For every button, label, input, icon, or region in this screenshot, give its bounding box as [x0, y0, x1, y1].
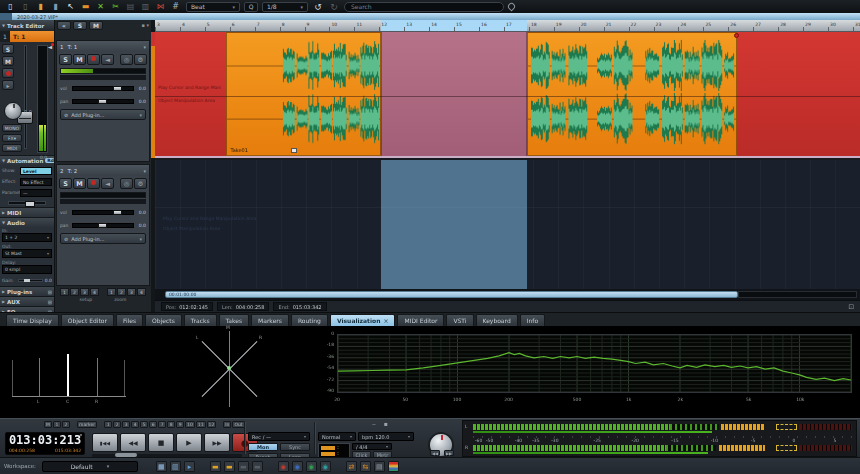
new-file-icon[interactable]: ▯: [4, 1, 17, 12]
stop-button[interactable]: ■: [148, 433, 174, 452]
import-icon[interactable]: ▮: [34, 1, 47, 12]
arrow-tool-icon[interactable]: ↖: [64, 1, 77, 12]
marker-mode-button[interactable]: marker: [77, 421, 97, 428]
object-mode-icon-2[interactable]: ▬: [224, 461, 235, 472]
input-icon[interactable]: ◎: [120, 54, 133, 65]
tab-takes[interactable]: Takes: [219, 314, 249, 326]
punch-in-button[interactable]: In: [223, 421, 231, 428]
track-editor-header[interactable]: ▼Track Editor: [0, 20, 54, 31]
project-tab-title[interactable]: 2020-03-27 VIP*: [12, 14, 58, 20]
tab-files[interactable]: Files: [116, 314, 143, 326]
crossfade-tool-icon[interactable]: ✕: [94, 1, 107, 12]
tab-vsti[interactable]: VSTi: [446, 314, 473, 326]
effect-value-select[interactable]: No Effect: [20, 178, 52, 186]
monitor-state-icon[interactable]: ◉: [320, 461, 331, 472]
track-2-header[interactable]: 2T: 2▾: [57, 165, 149, 176]
global-solo-button[interactable]: S: [73, 21, 87, 30]
tab-objects[interactable]: Objects: [145, 314, 182, 326]
record-arm-button[interactable]: [87, 54, 100, 65]
collapse-all-button[interactable]: «: [57, 21, 71, 30]
setup-button-1[interactable]: 1: [60, 288, 69, 296]
timeline-ruler[interactable]: 3456789101112131415161718192021222324252…: [155, 20, 860, 32]
bpm-select[interactable]: bpm120.0▾: [358, 432, 414, 441]
time-signature-select[interactable]: / 4/4▾: [352, 443, 392, 450]
solo-button[interactable]: S: [2, 44, 14, 54]
add-plugin-button[interactable]: ⊘Add Plug-in...▾: [60, 233, 146, 244]
speaker-icon[interactable]: ◄: [47, 43, 52, 50]
zoom-button-4[interactable]: 4: [137, 288, 146, 296]
workspace-select[interactable]: Default▾: [42, 461, 138, 472]
setup-button-2[interactable]: 2: [70, 288, 79, 296]
scrollbar-track[interactable]: [738, 291, 857, 298]
punch-out-button[interactable]: Out: [232, 421, 244, 428]
stretch-tool-icon[interactable]: ▥: [139, 1, 152, 12]
go-to-start-button[interactable]: ▮◀◀: [92, 433, 118, 452]
marker-button-12[interactable]: 12: [207, 421, 217, 428]
red-region-right[interactable]: [737, 32, 860, 156]
marker-button-9[interactable]: 9: [176, 421, 184, 428]
setup-button-4[interactable]: 4: [90, 288, 99, 296]
forward-button[interactable]: ▶▶: [204, 433, 230, 452]
tab-markers[interactable]: Markers: [251, 314, 289, 326]
draw-tool-icon[interactable]: ▬: [79, 1, 92, 12]
track-2-selection[interactable]: [381, 160, 526, 289]
tab-visualization[interactable]: Visualization×: [330, 314, 396, 326]
marker-button-4[interactable]: 4: [131, 421, 139, 428]
mute-button[interactable]: M: [2, 56, 14, 66]
range-region[interactable]: [381, 32, 526, 156]
nudge-forward-button[interactable]: ▶▶: [444, 450, 454, 456]
pan-knob[interactable]: [4, 102, 22, 120]
zoom-button-3[interactable]: 3: [127, 288, 136, 296]
audio-in-select[interactable]: 1 + 2▾: [2, 233, 52, 242]
play-button[interactable]: ▶: [176, 433, 202, 452]
solo-button[interactable]: S: [59, 54, 72, 65]
tab-object-editor[interactable]: Object Editor: [61, 314, 114, 326]
take-handle-icon[interactable]: [291, 148, 297, 153]
marker-button-6[interactable]: 6: [149, 421, 157, 428]
redo-button[interactable]: ↻: [328, 2, 340, 12]
connector-tool-icon[interactable]: ⋈: [154, 1, 167, 12]
gain-slider[interactable]: [18, 279, 43, 282]
play-marker-icon[interactable]: ▸: [184, 461, 195, 472]
marker-button-8[interactable]: 8: [167, 421, 175, 428]
time-display[interactable]: 013:03:213 004:00:258 015:03:342: [5, 432, 85, 455]
cut-tool-icon[interactable]: ✂: [109, 1, 122, 12]
marker-button-5[interactable]: 5: [140, 421, 148, 428]
nudge-back-button[interactable]: ◀◀: [430, 450, 440, 456]
global-mute-button[interactable]: M: [89, 21, 103, 30]
sync-button[interactable]: Sync: [280, 443, 310, 451]
tab-keyboard[interactable]: Keyboard: [476, 314, 518, 326]
marker-button-11[interactable]: 11: [196, 421, 206, 428]
quantize-button[interactable]: Q: [244, 2, 258, 12]
add-plugin-button[interactable]: ⊘Add Plug-in...▾: [60, 109, 146, 120]
mono-button[interactable]: MONO: [2, 124, 22, 132]
audio-section-header[interactable]: ▼Audio: [0, 217, 54, 227]
play-mode-select[interactable]: Normal▾: [318, 432, 356, 441]
solo-state-icon[interactable]: ◉: [292, 461, 303, 472]
quantize-value-select[interactable]: 1/8▾: [262, 2, 308, 12]
input-icon[interactable]: ◎: [120, 178, 133, 189]
open-file-icon[interactable]: ▯: [19, 1, 32, 12]
add-icon[interactable]: ⊞: [48, 299, 52, 305]
slider-handle[interactable]: [98, 223, 107, 228]
track-1-header[interactable]: 1T: 1▾: [57, 41, 149, 52]
mute-state-icon[interactable]: ◉: [278, 461, 289, 472]
mini-button-M[interactable]: M: [44, 421, 52, 428]
docking-icon[interactable]: ▤: [374, 461, 385, 472]
crossfade-edit-icon[interactable]: ⇆: [360, 461, 371, 472]
settings-gear-icon[interactable]: ⚙: [134, 178, 147, 189]
solo-button[interactable]: S: [59, 178, 72, 189]
monitor-button[interactable]: ◄: [101, 178, 114, 189]
tab-time-display[interactable]: Time Display: [6, 314, 59, 326]
track-name[interactable]: T: 1: [10, 31, 54, 42]
audio-out-select[interactable]: St Mast▾: [2, 249, 52, 258]
monitor-button[interactable]: Mon: [248, 443, 278, 451]
panel-options-icon[interactable]: ▪ ▾: [142, 21, 150, 30]
undo-button[interactable]: ↺: [312, 2, 324, 12]
track-1-lane[interactable]: Play Cursor and Range ManiObject Manipul…: [155, 32, 860, 158]
setup-button-3[interactable]: 3: [80, 288, 89, 296]
automation-slider[interactable]: [0, 198, 54, 207]
record-state-icon[interactable]: ◉: [306, 461, 317, 472]
marker-button-10[interactable]: 10: [185, 421, 195, 428]
audio-object-2[interactable]: [527, 32, 738, 156]
